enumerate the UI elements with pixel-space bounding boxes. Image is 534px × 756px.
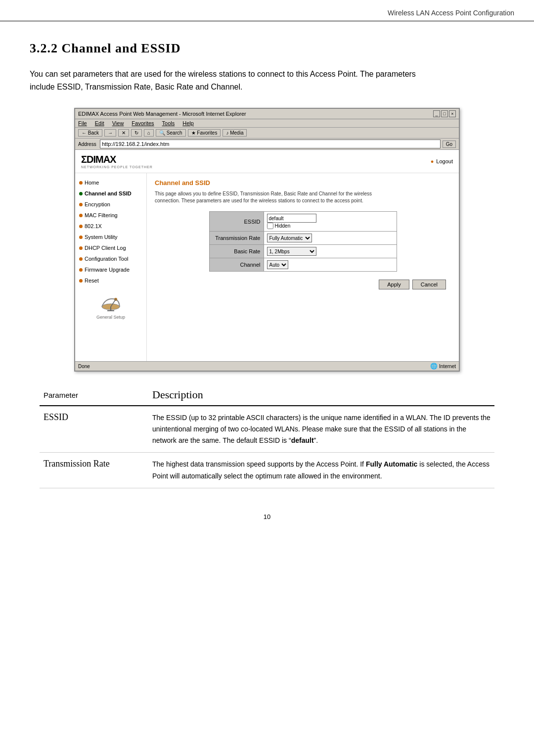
nav-dot-channel [79,192,83,195]
browser-titlebar: EDIMAX Access Point Web Management - Mic… [75,109,459,119]
chapter-title: 3.2.2 Channel and ESSID [30,41,504,56]
sidebar-label-channel: Channel and SSID [85,190,132,196]
sidebar-item-dhcp-log[interactable]: DHCP Client Log [75,242,146,253]
browser-window: EDIMAX Access Point Web Management - Mic… [74,108,460,372]
sidebar-label-system: System Utility [85,234,118,240]
go-button[interactable]: Go [443,141,456,148]
browser-title: EDIMAX Access Point Web Management - Mic… [78,111,246,117]
address-input[interactable] [100,140,441,148]
basic-rate-row: Basic Rate 1, 2Mbps 1, 2, 5.5, 11Mbps [209,245,397,258]
ap-buttons-area: Apply Cancel [155,280,451,289]
close-button[interactable]: × [449,110,456,117]
forward-button[interactable]: → [104,129,116,137]
basic-rate-select[interactable]: 1, 2Mbps 1, 2, 5.5, 11Mbps [267,247,316,256]
cancel-button[interactable]: Cancel [412,280,446,289]
page-header-text: Wireless LAN Access Point Configuration [388,9,514,17]
page-number: 10 [0,503,534,530]
nav-dot-8021x [79,225,83,228]
sidebar-item-firmware[interactable]: Firmware Upgrade [75,264,146,275]
status-internet-area: 🌐 Internet [430,363,456,370]
channel-label: Channel [209,258,264,272]
description-section: Parameter Description ESSID The ESSID (u… [30,386,504,488]
sidebar-item-system-utility[interactable]: System Utility [75,232,146,242]
essid-input[interactable] [267,214,316,223]
sidebar-item-encryption[interactable]: Encryption [75,199,146,210]
sidebar-label-dhcp: DHCP Client Log [85,245,126,251]
ap-page-title: Channel and SSID [155,179,451,187]
sidebar-label-home: Home [85,180,99,186]
ap-header: ΣDIMAX NETWORKING PEOPLE TOGETHER ● Logo… [75,150,459,173]
sidebar-logo-area: General Setup [75,286,146,322]
dish-icon [98,292,123,312]
channel-row: Channel Auto 1 2 6 11 [209,258,397,272]
main-content: 3.2.2 Channel and ESSID You can set para… [0,21,534,503]
table-row: ESSID The ESSID (up to 32 printable ASCI… [40,406,494,453]
menu-view[interactable]: View [112,120,124,126]
search-button[interactable]: 🔍 Search [156,129,185,137]
sidebar-label-8021x: 802.1X [85,223,102,229]
sidebar-item-channel-ssid[interactable]: Channel and SSID [75,188,146,199]
nav-dot-config [79,257,83,261]
nav-dot-system [79,236,83,239]
intro-text: You can set parameters that are used for… [30,68,435,93]
param-transmission-rate: Transmission Rate [40,453,148,488]
nav-dot-firmware [79,268,83,272]
logout-button[interactable]: ● Logout [431,158,453,164]
essid-label: ESSID [209,212,264,232]
menu-file[interactable]: File [78,120,87,126]
browser-addressbar: Address Go [75,139,459,150]
maximize-button[interactable]: □ [441,110,448,117]
sidebar-item-mac-filtering[interactable]: MAC Filtering [75,210,146,221]
ap-main-panel: Channel and SSID This page allows you to… [147,173,459,361]
page-header: Wireless LAN Access Point Configuration [0,0,534,21]
sidebar-item-config-tool[interactable]: Configuration Tool [75,253,146,264]
basic-rate-label: Basic Rate [209,245,264,258]
logout-dot: ● [431,158,434,164]
ap-interface: ΣDIMAX NETWORKING PEOPLE TOGETHER ● Logo… [75,150,459,361]
apply-button[interactable]: Apply [379,280,409,289]
col-header-parameter: Parameter [40,386,148,406]
status-internet-text: Internet [439,364,456,369]
status-done: Done [78,364,90,369]
stop-button[interactable]: ✕ [118,129,129,137]
transmission-rate-label: Transmission Rate [209,232,264,245]
essid-row: ESSID Hidden [209,212,397,232]
ap-logo-area: ΣDIMAX NETWORKING PEOPLE TOGETHER [81,154,153,169]
basic-rate-value-cell: 1, 2Mbps 1, 2, 5.5, 11Mbps [264,245,397,258]
back-button[interactable]: ← Back [78,129,102,137]
nav-dot-reset [79,279,83,283]
hidden-label: Hidden [275,223,291,229]
media-button[interactable]: ♪ Media [222,129,247,137]
sidebar-item-reset[interactable]: Reset [75,275,146,286]
minimize-button[interactable]: _ [433,110,440,117]
channel-select[interactable]: Auto 1 2 6 11 [267,260,288,269]
sidebar-item-8021x[interactable]: 802.1X [75,221,146,232]
desc-essid: The ESSID (up to 32 printable ASCII char… [148,406,494,453]
transmission-rate-select[interactable]: Fully Automatic 1 Mbps 2 Mbps 5.5 Mbps 1… [267,234,312,242]
sidebar-label-config: Configuration Tool [85,256,128,262]
ap-body: Home Channel and SSID Encryption MAC Fil… [75,173,459,361]
channel-value-cell: Auto 1 2 6 11 [264,258,397,272]
ap-page-description: This page allows you to define ESSID, Tr… [155,190,392,204]
table-row: Transmission Rate The highest data trans… [40,453,494,488]
favorites-button[interactable]: ★ Favorites [188,129,221,137]
sidebar-label-encryption: Encryption [85,201,110,207]
param-essid: ESSID [40,406,148,453]
menu-tools[interactable]: Tools [162,120,175,126]
sidebar-item-home[interactable]: Home [75,177,146,188]
menu-favorites[interactable]: Favorites [132,120,154,126]
refresh-button[interactable]: ↻ [131,129,142,137]
sidebar-general-setup: General Setup [79,315,142,320]
sidebar-label-mac: MAC Filtering [85,212,118,218]
nav-dot-dhcp [79,246,83,250]
home-browser-button[interactable]: ⌂ [144,129,154,137]
transmission-rate-row: Transmission Rate Fully Automatic 1 Mbps… [209,232,397,245]
hidden-checkbox-area: Hidden [267,223,394,229]
hidden-checkbox[interactable] [267,223,273,229]
menu-edit[interactable]: Edit [95,120,104,126]
globe-icon: 🌐 [430,363,438,370]
col-header-description: Description [148,386,494,406]
menu-help[interactable]: Help [182,120,194,126]
nav-dot-home [79,181,83,185]
address-label: Address [78,142,98,147]
